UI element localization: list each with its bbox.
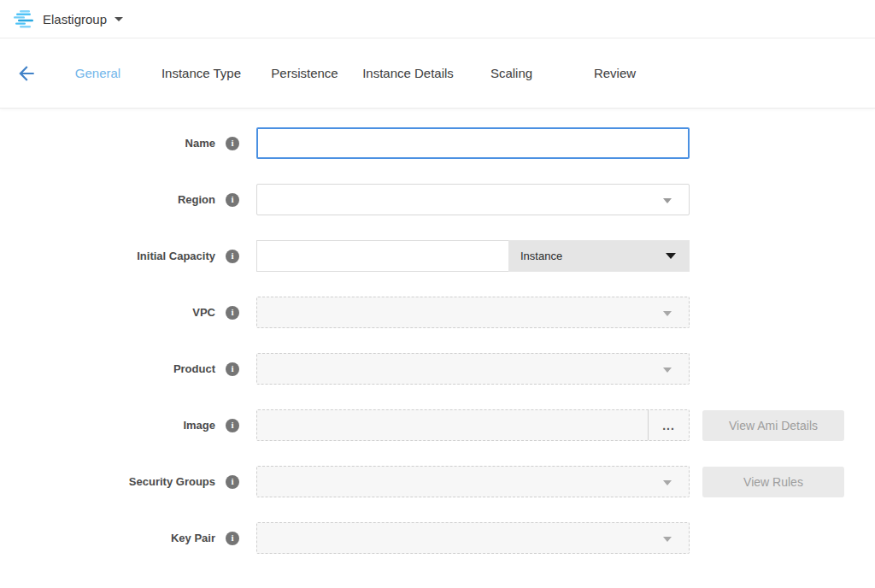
product-label: Product <box>0 362 215 375</box>
form-row-region: Region <box>0 184 875 215</box>
info-icon[interactable] <box>226 532 239 545</box>
general-settings-form: Name Region Initial Capacity Instance VP… <box>0 109 875 554</box>
region-label: Region <box>0 193 215 206</box>
vpc-select[interactable] <box>256 297 690 328</box>
app-switcher-caret-icon[interactable] <box>115 17 123 21</box>
tab-instance-type[interactable]: Instance Type <box>150 66 253 80</box>
chevron-down-icon <box>663 368 672 373</box>
tab-general[interactable]: General <box>46 66 150 80</box>
initial-capacity-label: Initial Capacity <box>0 250 215 262</box>
chevron-down-icon <box>663 537 672 542</box>
initial-capacity-input[interactable] <box>256 240 508 272</box>
form-row-initial-capacity: Initial Capacity Instance <box>0 240 875 272</box>
form-row-vpc: VPC <box>0 297 875 328</box>
info-icon[interactable] <box>226 250 239 263</box>
name-input[interactable] <box>256 127 690 159</box>
info-icon[interactable] <box>226 362 239 376</box>
form-row-key-pair: Key Pair <box>0 522 875 554</box>
view-ami-details-button[interactable]: View Ami Details <box>702 410 844 441</box>
chevron-down-icon <box>666 253 676 259</box>
info-icon[interactable] <box>226 193 239 207</box>
capacity-unit-value: Instance <box>520 250 562 262</box>
form-row-image: Image ... View Ami Details <box>0 409 875 441</box>
back-arrow-icon[interactable] <box>15 62 38 85</box>
app-title: Elastigroup <box>43 12 107 26</box>
form-row-product: Product <box>0 353 875 385</box>
form-row-security-groups: Security Groups View Rules <box>0 466 875 497</box>
image-field: ... <box>256 409 690 441</box>
info-icon[interactable] <box>226 475 239 489</box>
key-pair-label: Key Pair <box>0 532 215 544</box>
image-label: Image <box>0 419 215 432</box>
name-label: Name <box>0 137 215 150</box>
product-select[interactable] <box>256 353 690 385</box>
browse-image-button[interactable]: ... <box>648 410 689 440</box>
chevron-down-icon <box>663 198 672 203</box>
tab-instance-details[interactable]: Instance Details <box>356 66 460 80</box>
wizard-tab-bar: General Instance Type Persistence Instan… <box>0 38 875 109</box>
security-groups-label: Security Groups <box>0 475 215 488</box>
key-pair-select[interactable] <box>256 522 690 554</box>
info-icon[interactable] <box>226 137 239 150</box>
elastigroup-logo-icon <box>14 10 34 28</box>
vpc-label: VPC <box>0 306 215 319</box>
top-bar: Elastigroup <box>0 0 875 38</box>
security-groups-select[interactable] <box>256 466 690 497</box>
tab-persistence[interactable]: Persistence <box>253 66 356 80</box>
chevron-down-icon <box>663 311 672 316</box>
info-icon[interactable] <box>226 306 239 320</box>
chevron-down-icon <box>663 480 672 485</box>
view-rules-button[interactable]: View Rules <box>702 467 844 497</box>
form-row-name: Name <box>0 127 875 159</box>
region-select[interactable] <box>256 184 690 215</box>
capacity-unit-select[interactable]: Instance <box>508 240 690 272</box>
image-input[interactable] <box>257 410 648 440</box>
tab-review[interactable]: Review <box>563 66 667 80</box>
tab-scaling[interactable]: Scaling <box>460 66 563 80</box>
info-icon[interactable] <box>226 419 239 432</box>
